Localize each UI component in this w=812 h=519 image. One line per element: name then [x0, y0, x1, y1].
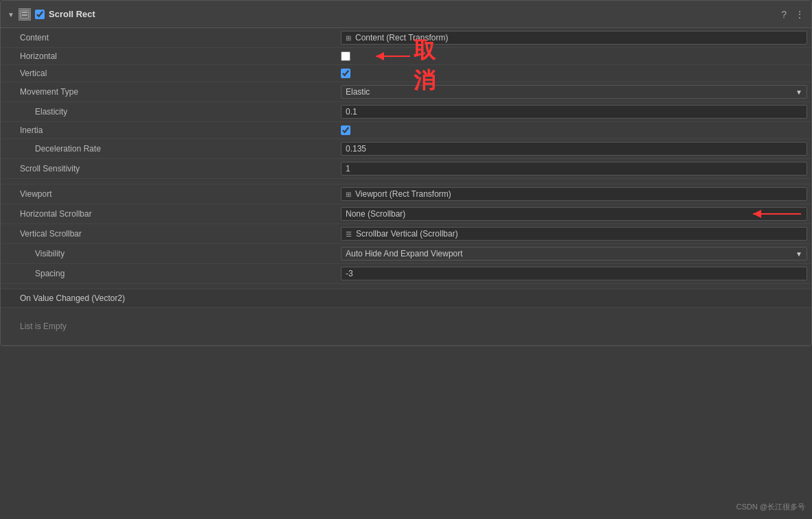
- content-field-text: Content (Rect Transform): [355, 33, 448, 43]
- vertical-scrollbar-field-text: Scrollbar Vertical (Scrollbar): [356, 229, 458, 239]
- inertia-label: Inertia: [1, 123, 337, 137]
- inspector-panel: ▼ Scroll Rect ? ⋮ Content ⊞ Content (Rec…: [0, 0, 812, 346]
- component-icon: [19, 8, 31, 21]
- header-left: ▼ Scroll Rect: [8, 8, 776, 21]
- movement-type-text: Elastic: [346, 87, 370, 97]
- elasticity-value: 0.1: [337, 104, 811, 120]
- visibility-label: Visibility: [1, 247, 337, 261]
- event-empty-text: List is Empty: [20, 322, 67, 331]
- property-row-spacing: Spacing -3: [1, 264, 811, 284]
- vertical-label: Vertical: [1, 67, 337, 80]
- deceleration-rate-label: Deceleration Rate: [1, 142, 337, 156]
- spacing-text: -3: [346, 269, 353, 278]
- elasticity-text: 0.1: [346, 107, 357, 117]
- spacing-label: Spacing: [1, 267, 337, 280]
- property-row-deceleration-rate: Deceleration Rate 0.135: [1, 139, 811, 159]
- property-row-content: Content ⊞ Content (Rect Transform): [1, 28, 811, 48]
- content-field[interactable]: ⊞ Content (Rect Transform): [341, 31, 807, 45]
- content-label: Content: [1, 31, 337, 45]
- component-header: ▼ Scroll Rect ? ⋮: [1, 1, 811, 28]
- property-row-viewport: Viewport ⊞ Viewport (Rect Transform): [1, 184, 811, 204]
- property-row-vertical: Vertical: [1, 65, 811, 82]
- section-spacer-2: [1, 284, 811, 289]
- movement-type-label: Movement Type: [1, 85, 337, 99]
- property-row-visibility: Visibility Auto Hide And Expand Viewport…: [1, 244, 811, 264]
- vertical-scrollbar-icon: ☰: [346, 230, 352, 238]
- viewport-field-text: Viewport (Rect Transform): [355, 189, 451, 199]
- header-right: ? ⋮: [781, 9, 804, 20]
- vertical-value: [337, 67, 811, 80]
- vertical-checkbox[interactable]: [341, 69, 350, 78]
- viewport-field[interactable]: ⊞ Viewport (Rect Transform): [341, 187, 807, 201]
- scroll-sensitivity-text: 1: [346, 164, 350, 173]
- property-row-movement-type: Movement Type Elastic ▼: [1, 82, 811, 102]
- elasticity-input[interactable]: 0.1: [341, 105, 807, 119]
- event-list-empty: List is Empty: [1, 308, 811, 346]
- movement-type-dropdown[interactable]: Elastic ▼: [341, 85, 807, 99]
- visibility-chevron-icon: ▼: [796, 250, 802, 258]
- collapse-triangle-icon[interactable]: ▼: [8, 11, 14, 18]
- content-object-icon: ⊞: [346, 34, 351, 42]
- svg-rect-2: [22, 14, 27, 16]
- inertia-value: [337, 124, 811, 136]
- event-header-text: On Value Changed (Vector2): [20, 293, 125, 303]
- horizontal-scrollbar-field-text: None (Scrollbar): [346, 209, 405, 219]
- deceleration-rate-input[interactable]: 0.135: [341, 142, 807, 156]
- viewport-label: Viewport: [1, 187, 337, 201]
- horizontal-checkbox[interactable]: [341, 51, 350, 61]
- movement-type-chevron-icon: ▼: [796, 88, 802, 96]
- horizontal-scrollbar-label: Horizontal Scrollbar: [1, 207, 337, 221]
- elasticity-label: Elasticity: [1, 105, 337, 119]
- visibility-dropdown[interactable]: Auto Hide And Expand Viewport ▼: [341, 247, 807, 261]
- spacing-input[interactable]: -3: [341, 267, 807, 280]
- settings-icon[interactable]: ⋮: [795, 9, 804, 20]
- scroll-sensitivity-input[interactable]: 1: [341, 162, 807, 176]
- horizontal-scrollbar-field[interactable]: None (Scrollbar): [341, 207, 807, 221]
- deceleration-rate-value: 0.135: [337, 141, 811, 157]
- viewport-value: ⊞ Viewport (Rect Transform): [337, 186, 811, 202]
- component-enabled-checkbox[interactable]: [35, 10, 45, 19]
- viewport-object-icon: ⊞: [346, 191, 351, 198]
- visibility-value: Auto Hide And Expand Viewport ▼: [337, 245, 811, 262]
- component-title: Scroll Rect: [49, 9, 95, 19]
- property-row-inertia: Inertia: [1, 122, 811, 139]
- scroll-sensitivity-value: 1: [337, 160, 811, 177]
- visibility-text: Auto Hide And Expand Viewport: [346, 249, 463, 258]
- horizontal-value: [337, 50, 811, 62]
- horizontal-label: Horizontal: [1, 49, 337, 63]
- spacing-value: -3: [337, 265, 811, 282]
- horizontal-scrollbar-value: None (Scrollbar): [337, 206, 811, 222]
- property-row-scroll-sensitivity: Scroll Sensitivity 1: [1, 159, 811, 179]
- inertia-checkbox[interactable]: [341, 125, 350, 135]
- vertical-scrollbar-field[interactable]: ☰ Scrollbar Vertical (Scrollbar): [341, 227, 807, 241]
- svg-rect-1: [22, 12, 27, 13]
- movement-type-value: Elastic ▼: [337, 84, 811, 100]
- event-header: On Value Changed (Vector2): [1, 289, 811, 308]
- scroll-sensitivity-label: Scroll Sensitivity: [1, 162, 337, 176]
- vertical-scrollbar-label: Vertical Scrollbar: [1, 227, 337, 241]
- section-spacer-1: [1, 179, 811, 184]
- property-row-elasticity: Elasticity 0.1: [1, 102, 811, 122]
- property-row-horizontal-scrollbar: Horizontal Scrollbar None (Scrollbar): [1, 204, 811, 224]
- property-row-horizontal: Horizontal 取消: [1, 48, 811, 65]
- content-value: ⊞ Content (Rect Transform): [337, 29, 811, 46]
- watermark: CSDN @长江很多号: [737, 502, 805, 512]
- vertical-scrollbar-value: ☰ Scrollbar Vertical (Scrollbar): [337, 226, 811, 242]
- property-row-vertical-scrollbar: Vertical Scrollbar ☰ Scrollbar Vertical …: [1, 224, 811, 244]
- help-icon[interactable]: ?: [781, 9, 787, 20]
- deceleration-rate-text: 0.135: [346, 144, 366, 154]
